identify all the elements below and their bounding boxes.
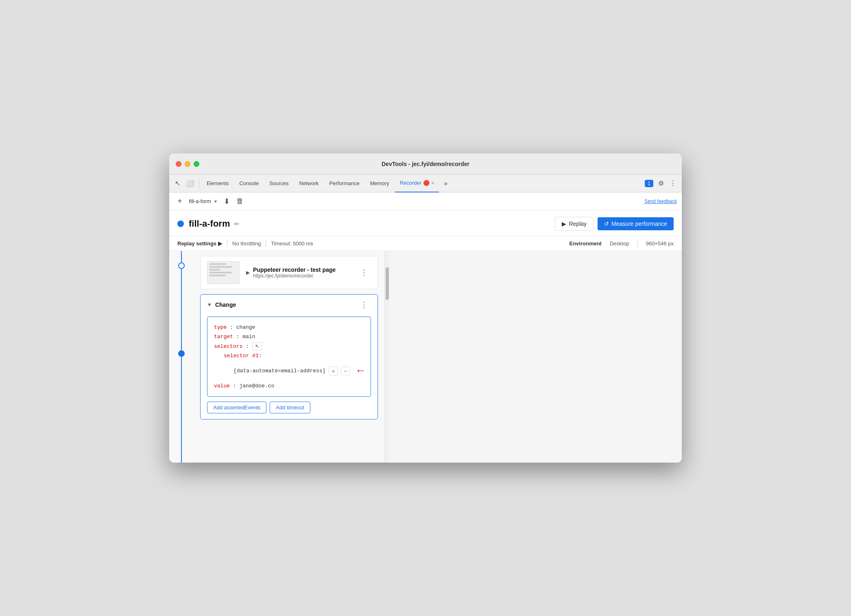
device-icon: ⬜ xyxy=(186,179,194,187)
message-badge: 1 xyxy=(645,180,653,187)
recording-indicator xyxy=(177,221,184,227)
settings-right: Environment Desktop 960×546 px xyxy=(570,240,674,247)
target-key: target xyxy=(214,334,233,340)
value-key: value xyxy=(214,383,230,389)
type-value: change xyxy=(236,324,255,330)
trash-icon: 🗑 xyxy=(236,197,244,205)
settings-separator-2 xyxy=(266,240,266,247)
code-line-target: target : main xyxy=(214,332,364,341)
code-block: type : change target : main selectors : xyxy=(207,317,371,397)
edit-name-icon[interactable]: ✏ xyxy=(234,220,239,228)
chevron-down-icon: ▾ xyxy=(214,199,217,204)
expand-settings-icon: ▶ xyxy=(218,240,222,247)
download-recording-button[interactable]: ⬇ xyxy=(220,195,233,208)
add-asserted-events-button[interactable]: Add assertedEvents xyxy=(207,402,266,413)
recording-selector[interactable]: fill-a-form ▾ xyxy=(185,196,220,206)
tab-network[interactable]: Network xyxy=(295,175,324,192)
device-toolbar-button[interactable]: ⬜ xyxy=(183,178,196,189)
thumb-bar-4 xyxy=(209,272,232,273)
add-recording-button[interactable]: + xyxy=(174,195,185,208)
maximize-button[interactable] xyxy=(194,161,199,167)
page-step: ▶ Puppeteer recorder - test page https:/… xyxy=(200,256,378,289)
tab-bar-separator xyxy=(199,179,199,188)
selector-num-key: selector #1: xyxy=(224,353,262,359)
close-button[interactable] xyxy=(176,161,181,167)
recorder-tab-icon: 🔴 xyxy=(423,180,430,186)
page-step-menu-button[interactable]: ⋮ xyxy=(357,266,371,279)
more-options-button[interactable]: ⋮ xyxy=(667,178,679,189)
page-step-header: ▶ Puppeteer recorder - test page https:/… xyxy=(201,256,377,289)
steps-container: ▶ Puppeteer recorder - test page https:/… xyxy=(169,251,384,463)
selectors-key: selectors xyxy=(214,343,242,350)
change-step-menu-button[interactable]: ⋮ xyxy=(357,299,371,311)
delete-recording-button[interactable]: 🗑 xyxy=(233,195,247,207)
tab-console[interactable]: Console xyxy=(234,175,264,192)
play-icon: ▶ xyxy=(562,221,566,227)
timeline xyxy=(169,251,194,463)
environment-heading: Environment xyxy=(570,240,602,247)
plus-selector-icon: + xyxy=(332,368,335,374)
tab-sources[interactable]: Sources xyxy=(264,175,294,192)
selector-value-text: [data-automate=email-address] xyxy=(233,366,325,376)
page-step-info: Puppeteer recorder - test page https://j… xyxy=(253,266,336,279)
code-line-selector-num: selector #1: xyxy=(214,351,364,360)
page-thumbnail xyxy=(207,261,240,284)
timeline-line xyxy=(181,251,182,463)
inspector-icon: ↖ xyxy=(175,179,180,187)
window-title: DevTools - jec.fyi/demo/recorder xyxy=(382,161,469,167)
traffic-lights xyxy=(176,161,199,167)
change-step-title: Change xyxy=(215,301,236,308)
type-key: type xyxy=(214,324,227,330)
add-selector-button[interactable]: + xyxy=(329,367,338,376)
recorder-tab-close-icon[interactable]: × xyxy=(431,180,434,186)
chevron-right-icon: » xyxy=(444,180,447,187)
scrollbar-thumb[interactable] xyxy=(386,267,389,300)
main-area: ▶ Puppeteer recorder - test page https:/… xyxy=(169,251,682,463)
thumb-bar-3 xyxy=(209,269,220,271)
recorder-toolbar: + fill-a-form ▾ ⬇ 🗑 Send feedback xyxy=(169,192,682,210)
tab-performance[interactable]: Performance xyxy=(324,175,364,192)
code-line-type: type : change xyxy=(214,323,364,332)
download-icon: ⬇ xyxy=(224,197,230,205)
timeline-node-1 xyxy=(178,262,185,269)
scrollbar[interactable] xyxy=(384,251,389,463)
inspector-icon-button[interactable]: ↖ xyxy=(172,178,183,189)
measure-performance-button[interactable]: ↺ Measure performance xyxy=(598,217,674,230)
environment-desktop-label: Desktop xyxy=(610,240,629,247)
steps-list: ▶ Puppeteer recorder - test page https:/… xyxy=(194,251,384,463)
overflow-tabs-button[interactable]: » xyxy=(441,178,450,189)
gear-icon: ⚙ xyxy=(658,179,664,187)
devtools-window: DevTools - jec.fyi/demo/recorder ↖ ⬜ Ele… xyxy=(169,153,682,463)
title-bar: DevTools - jec.fyi/demo/recorder xyxy=(169,153,682,175)
tab-recorder[interactable]: Recorder 🔴 × xyxy=(395,175,439,192)
thumb-bar-5 xyxy=(209,275,226,276)
recording-title: fill-a-form xyxy=(189,218,230,229)
collapse-change-icon[interactable]: ▼ xyxy=(207,302,212,308)
expand-page-step-icon[interactable]: ▶ xyxy=(246,270,250,275)
change-step: ▼ Change ⋮ type : change xyxy=(200,294,378,419)
replay-button[interactable]: ▶ Replay xyxy=(555,217,594,231)
refresh-icon: ↺ xyxy=(604,221,609,227)
selector-picker-button[interactable]: ↖ xyxy=(252,342,262,350)
add-timeout-button[interactable]: Add timeout xyxy=(270,402,310,413)
remove-selector-button[interactable]: − xyxy=(341,367,350,376)
throttling-label: No throttling xyxy=(232,240,261,247)
page-step-url: https://jec.fyi/demo/recorder xyxy=(253,273,336,279)
replay-settings-heading[interactable]: Replay settings ▶ xyxy=(177,240,222,247)
settings-left: Replay settings ▶ No throttling Timeout:… xyxy=(177,240,313,247)
timeout-label: Timeout: 5000 ms xyxy=(271,240,313,247)
devtools-tab-bar: ↖ ⬜ Elements Console Sources Network Per… xyxy=(169,175,682,192)
change-step-header: ▼ Change ⋮ xyxy=(201,295,377,315)
code-line-selector-val: [data-automate=email-address] + − ← xyxy=(214,361,364,381)
recording-name-label: fill-a-form xyxy=(189,198,211,204)
tab-elements[interactable]: Elements xyxy=(202,175,233,192)
send-feedback-link[interactable]: Send feedback xyxy=(644,199,677,204)
settings-button[interactable]: ⚙ xyxy=(656,178,666,189)
thumb-bar-1 xyxy=(209,263,226,265)
page-step-menu-icon: ⋮ xyxy=(360,269,368,277)
target-value: main xyxy=(242,334,255,340)
timeline-node-2 xyxy=(178,350,185,357)
minimize-button[interactable] xyxy=(185,161,190,167)
settings-separator-1 xyxy=(227,240,227,247)
tab-memory[interactable]: Memory xyxy=(365,175,394,192)
